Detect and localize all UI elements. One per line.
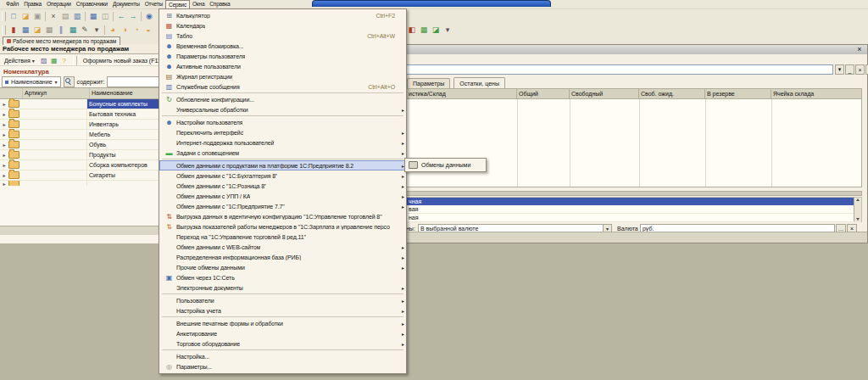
stock-column-header[interactable]: истика/Склад: [407, 89, 517, 98]
copy-icon[interactable]: ▤: [59, 11, 71, 22]
toolbar-separator[interactable]: [85, 12, 86, 21]
menu-item[interactable]: ⇅ Выгрузка показателей работы менеджеров…: [159, 221, 406, 232]
price-scrollbar[interactable]: [854, 198, 861, 221]
menu-item[interactable]: Переход на "1С:Управление торговлей 8 ре…: [159, 232, 406, 242]
stock-column-header[interactable]: В резерве: [705, 89, 771, 98]
menubar-item[interactable]: Сервис: [165, 0, 190, 9]
item-search-input[interactable]: [405, 64, 833, 75]
menu-item[interactable]: ◎ Параметры...: [159, 361, 406, 372]
inner-window-titlebar[interactable]: ×: [399, 45, 867, 54]
header-article[interactable]: Артикул: [23, 88, 90, 98]
menu-item[interactable]: Прочие обмены данными: [159, 262, 406, 272]
menu-item[interactable]: ☻ Параметры пользователя: [159, 51, 406, 61]
menu-item[interactable]: ☻ Активные пользователи: [159, 61, 406, 71]
expand-arrow-icon[interactable]: [0, 142, 8, 148]
menubar-item[interactable]: Документы: [110, 0, 142, 8]
menu-item[interactable]: Обмен данными с WEB-сайтом: [159, 242, 406, 252]
menu-item[interactable]: Внешние печатные формы и обработки: [159, 318, 406, 328]
add-rows-icon[interactable]: ▨: [39, 56, 49, 65]
menu-item[interactable]: Обмен данными с продуктами на платформе …: [159, 160, 406, 170]
menu-item[interactable]: ⊞ Калькулятор Ctrl+F2: [159, 10, 406, 20]
menu-item[interactable]: Универсальные обработки: [159, 104, 406, 115]
menu-item[interactable]: Обмен данными с "1С:Розница 8": [159, 181, 406, 191]
menubar-item[interactable]: Операции: [44, 0, 74, 8]
menu-item[interactable]: ▦ Календарь: [159, 20, 406, 31]
toolbar-grip[interactable]: [2, 25, 6, 35]
toolbar-separator[interactable]: [113, 12, 114, 21]
close-icon[interactable]: ×: [855, 46, 864, 53]
expand-arrow-icon[interactable]: [0, 152, 8, 158]
dropdown-icon[interactable]: ▾: [91, 25, 103, 36]
print-document-icon[interactable]: ▦: [19, 25, 31, 36]
menu-item[interactable]: Интернет-поддержка пользователей: [159, 137, 406, 148]
menubar-item[interactable]: Отчеты: [142, 0, 165, 8]
print-folder-icon[interactable]: ◪: [31, 25, 43, 36]
menubar-item[interactable]: Справочники: [74, 0, 110, 8]
price-row[interactable]: вая: [407, 205, 861, 214]
money-icon[interactable]: ◒: [142, 25, 154, 36]
new-document-icon[interactable]: □: [8, 11, 19, 22]
menubar-item[interactable]: Правка: [21, 0, 44, 8]
coins-icon[interactable]: ◑: [119, 25, 131, 36]
toolbar-separator[interactable]: [45, 12, 46, 21]
magnifier-button[interactable]: [64, 76, 75, 87]
help-icon[interactable]: ?: [59, 56, 70, 65]
menu-item[interactable]: ▤ Журнал регистрации: [159, 71, 406, 81]
stock-column-header[interactable]: Своб. ожид.: [639, 89, 705, 98]
table-icon[interactable]: ▦: [67, 25, 79, 36]
toolbar-separator[interactable]: [104, 25, 105, 35]
menu-item[interactable]: Электронные документы: [159, 282, 406, 293]
save-icon[interactable]: ▣: [31, 11, 43, 22]
stock-column-header[interactable]: Общий: [517, 89, 570, 98]
menu-item[interactable]: ▤ Табло Ctrl+Alt+W: [159, 31, 406, 41]
menu-item[interactable]: Переключить интерфейс: [159, 127, 406, 137]
grid-export-icon[interactable]: ▦: [418, 25, 430, 36]
minimize-icon[interactable]: _: [845, 64, 854, 75]
menu-item[interactable]: Настройка...: [159, 351, 406, 361]
find-icon[interactable]: ◉: [143, 11, 155, 22]
expand-arrow-icon[interactable]: [0, 162, 8, 168]
preview-icon[interactable]: ◫: [99, 11, 111, 22]
menu-item[interactable]: ☻ Временная блокировка...: [159, 41, 406, 51]
exchange-icon[interactable]: ◧: [406, 25, 418, 36]
print-gray-icon[interactable]: ▦: [43, 25, 55, 36]
toolbar-grip[interactable]: [2, 12, 6, 21]
forward-icon[interactable]: →: [127, 11, 139, 22]
new-order-button[interactable]: Оформить новый заказ (F11): [81, 56, 165, 65]
stock-table-body[interactable]: [406, 99, 862, 187]
stock-column-header[interactable]: Свободный: [570, 89, 639, 98]
menu-item[interactable]: ▬ Задачи с оповещением: [159, 148, 406, 158]
menu-item[interactable]: Обмен данными с "1С:Бухгалтерия 8": [159, 170, 406, 181]
menubar-item[interactable]: Окна: [190, 0, 207, 8]
menu-item[interactable]: Настройка учета: [159, 305, 406, 316]
price-row[interactable]: ная: [407, 214, 861, 222]
menu-item[interactable]: Обмен данными с "1С:Предприятие 7.7": [159, 201, 406, 211]
expand-arrow-icon[interactable]: [0, 121, 8, 127]
menu-item[interactable]: Торговое оборудование: [159, 338, 406, 349]
pencil-icon[interactable]: ✎: [79, 25, 91, 36]
scroll-up-icon[interactable]: [856, 198, 860, 201]
submenu-item[interactable]: Обмены данными: [405, 159, 486, 171]
menu-item[interactable]: ☻ Настройки пользователя: [159, 117, 406, 127]
menu-item[interactable]: ⇅ Выгрузка данных в идентичную конфигура…: [159, 211, 406, 221]
menu-item[interactable]: Обмен данными с УПП / КА: [159, 191, 406, 201]
expand-arrow-icon[interactable]: [0, 172, 8, 178]
menubar-item[interactable]: Справка: [207, 0, 232, 8]
back-icon[interactable]: ←: [115, 11, 127, 22]
paste-icon[interactable]: ▥: [71, 11, 83, 22]
stock-column-header[interactable]: Ячейка склада: [771, 89, 861, 98]
actions-button[interactable]: Действия: [2, 56, 37, 65]
clear-icon[interactable]: ×: [855, 64, 865, 75]
report-book-icon[interactable]: ▮: [8, 25, 19, 36]
scroll-down-icon[interactable]: [856, 218, 860, 221]
document-tab[interactable]: Рабочее место менеджера по продажам: [3, 36, 120, 45]
menu-item[interactable]: ▣ Обмен через 1С:Сеть: [159, 272, 406, 282]
details-tab[interactable]: Остатки, цены: [453, 77, 505, 89]
expand-arrow-icon[interactable]: [0, 111, 8, 117]
price-row[interactable]: чная: [407, 198, 861, 205]
expand-arrow-icon[interactable]: [0, 181, 8, 186]
expand-arrow-icon[interactable]: [0, 131, 8, 137]
open-icon[interactable]: ◪: [19, 11, 31, 22]
menu-item[interactable]: ↻ Обновление конфигурации...: [159, 94, 406, 104]
menubar-item[interactable]: Файл: [3, 0, 21, 8]
